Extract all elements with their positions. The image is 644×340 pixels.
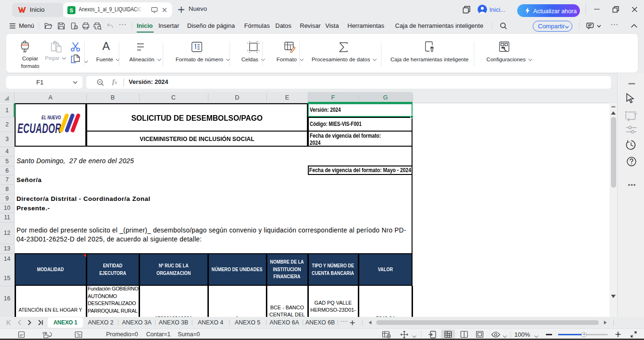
svg-text:VB: VB: [42, 332, 47, 335]
svg-text:S: S: [70, 8, 73, 13]
svg-text:EL NUEVO: EL NUEVO: [41, 115, 61, 121]
svg-text:ECUADOR: ECUADOR: [17, 121, 61, 136]
